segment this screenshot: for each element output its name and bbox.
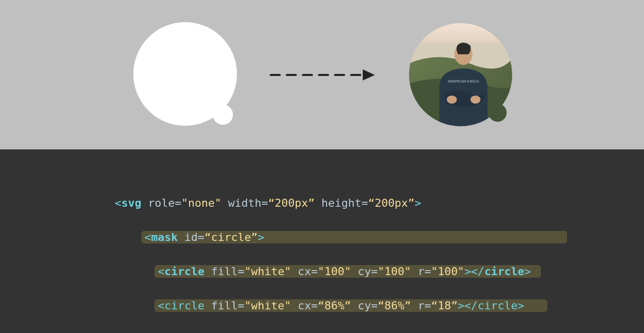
mask-shape-preview <box>132 22 238 128</box>
diagram-panel: AMERICAN EAGLE <box>0 0 644 149</box>
code-token: fill <box>204 299 237 312</box>
code-token: svg <box>121 197 141 209</box>
code-token: "100" <box>431 265 464 278</box>
code-indent <box>115 299 154 312</box>
code-token: "none" <box>181 197 221 209</box>
avatar-result: AMERICAN EAGLE <box>409 23 512 126</box>
code-block: <svg role="none" width=“200px” height=“2… <box>0 149 644 333</box>
code-token: = <box>424 299 431 312</box>
highlighted-mask-block: <circle fill="white" cx="100" cy="100" r… <box>154 265 540 278</box>
code-token: "100" <box>378 265 411 278</box>
code-token: > <box>258 231 264 243</box>
code-token: mask <box>151 231 178 243</box>
code-token: = <box>175 197 181 209</box>
code-token: = <box>198 231 204 243</box>
code-token: "white" <box>245 265 291 278</box>
code-token: “86%” <box>378 299 411 312</box>
code-token: = <box>371 265 377 278</box>
code-token: = <box>361 197 368 209</box>
code-token: ></circle> <box>458 299 524 312</box>
code-token: = <box>261 197 268 209</box>
code-token: < <box>157 299 164 312</box>
svg-point-8 <box>470 96 480 104</box>
code-token: = <box>311 299 317 312</box>
code-token: = <box>237 299 244 312</box>
highlighted-mask-block: <circle fill="white" cx=“86%” cy=“86%” r… <box>154 299 547 312</box>
code-token: cx <box>291 265 311 278</box>
code-token: circle <box>165 299 204 312</box>
code-token: circle <box>485 265 524 278</box>
code-token: cy <box>351 299 371 312</box>
code-token: "100" <box>317 265 351 278</box>
code-token: circle <box>165 265 204 278</box>
code-token: < <box>144 231 151 243</box>
code-token: fill <box>204 265 237 278</box>
code-token: “circle” <box>204 231 258 243</box>
code-token: height <box>314 197 361 209</box>
code-token: role <box>148 197 175 209</box>
code-token: = <box>371 299 377 312</box>
code-token: = <box>424 265 431 278</box>
code-token: > <box>415 197 421 209</box>
code-token: = <box>311 265 317 278</box>
code-indent <box>115 265 154 278</box>
arrow-icon <box>268 67 379 82</box>
code-token: "white" <box>245 299 291 312</box>
code-token: cx <box>291 299 311 312</box>
code-token: “86%” <box>317 299 351 312</box>
svg-marker-3 <box>363 69 375 80</box>
code-token: width <box>221 197 261 209</box>
code-token: < <box>115 197 121 209</box>
svg-text:AMERICAN EAGLE: AMERICAN EAGLE <box>447 79 479 83</box>
code-token: “200px” <box>368 197 415 209</box>
svg-point-9 <box>447 96 457 104</box>
code-token: r <box>411 299 425 312</box>
highlighted-mask-block: <mask id=“circle”> <box>141 231 567 243</box>
code-token: > <box>524 265 531 278</box>
code-token: r <box>411 265 425 278</box>
code-token: = <box>237 265 244 278</box>
code-token: ></ <box>464 265 485 278</box>
code-token: < <box>157 265 164 278</box>
code-token: cy <box>351 265 371 278</box>
code-token <box>141 197 148 209</box>
code-indent <box>115 231 141 243</box>
code-token: id <box>178 231 198 243</box>
code-token: “18” <box>431 299 458 312</box>
svg-point-1 <box>213 105 233 125</box>
code-token: “200px” <box>268 197 315 209</box>
